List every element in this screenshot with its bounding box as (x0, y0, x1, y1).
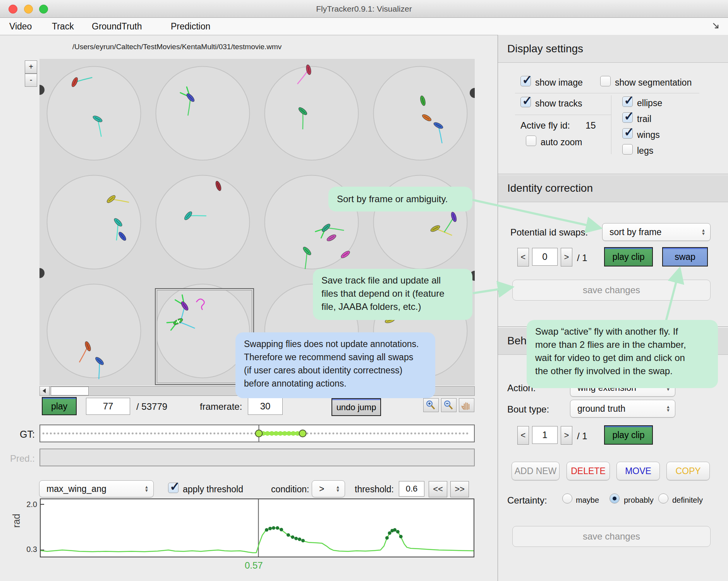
trail-label: trail (637, 114, 651, 124)
bout-next-button[interactable]: >> (450, 481, 469, 497)
certainty-label: Certainty: (507, 495, 547, 506)
identity-header: Identity correction (498, 175, 728, 202)
bout-type-dropdown[interactable]: ground truth ▲▼ (570, 400, 675, 418)
certainty-definitely-radio[interactable] (658, 493, 668, 504)
stepper-arrows-icon: ▲▼ (336, 485, 340, 492)
swap-prev-button[interactable]: < (517, 248, 529, 266)
tooltip-save: Save track file and update all files tha… (313, 269, 472, 320)
bout-index-input[interactable] (532, 426, 558, 444)
behavior-save-changes-button[interactable]: save changes (512, 526, 711, 547)
zoom-window-button[interactable] (39, 5, 48, 14)
scrollbar-left-arrow[interactable] (40, 387, 50, 395)
legs-checkbox[interactable] (622, 144, 633, 155)
wings-checkbox[interactable] (622, 128, 633, 139)
bout-type-label: Bout type: (507, 404, 549, 415)
threshold-input[interactable] (399, 481, 424, 497)
divider (515, 93, 699, 93)
zoom-in-tool-button[interactable] (423, 398, 439, 412)
bout-total-label: / 1 (577, 431, 587, 442)
apply-threshold-label: apply threshold (183, 484, 243, 495)
menu-track[interactable]: Track (52, 18, 74, 35)
stepper-arrows-icon: ▲▼ (144, 485, 149, 492)
feature-selector-dropdown[interactable]: max_wing_ang ▲▼ (39, 480, 154, 497)
ellipse-checkbox[interactable] (622, 96, 633, 107)
swap-total-label: / 1 (577, 253, 587, 263)
apply-threshold-checkbox[interactable] (168, 483, 179, 493)
threshold-label: threshold: (355, 484, 394, 495)
active-fly-id: 15 (585, 120, 596, 131)
stepper-arrows-icon: ▲▼ (701, 229, 706, 235)
magnifier-plus-icon (424, 406, 438, 413)
plot-tick-bottom: 0.3 (20, 545, 37, 554)
plot-tick-top: 2.0 (20, 500, 37, 509)
zoom-out-tool-button[interactable] (441, 398, 457, 412)
potential-id-swaps-label: Potential id swaps: (510, 227, 588, 238)
panel-divider (498, 35, 498, 581)
stepper-arrows-icon: ▲▼ (666, 405, 670, 412)
hand-icon (459, 406, 474, 413)
show-image-checkbox[interactable] (520, 76, 531, 86)
video-zoom-out-button[interactable]: - (25, 74, 37, 87)
tooltip-sort: Sort by frame or ambiguity. (328, 187, 472, 211)
show-image-label: show image (535, 77, 583, 88)
ellipse-label: ellipse (637, 98, 662, 108)
close-window-button[interactable] (9, 5, 17, 14)
sort-mode-dropdown[interactable]: sort by frame ▲▼ (602, 223, 711, 241)
pred-timeline (39, 449, 475, 466)
pred-label: Pred.: (2, 453, 35, 464)
tooltip-swap: Swap “active” fly with another fly. If m… (527, 320, 718, 388)
swap-next-button[interactable]: > (561, 248, 572, 266)
copy-button[interactable]: COPY (666, 462, 710, 480)
condition-dropdown[interactable]: > ▲▼ (312, 480, 345, 497)
bout-type-value: ground truth (577, 404, 625, 414)
gt-label: GT: (8, 429, 35, 440)
feature-plot[interactable] (40, 498, 474, 557)
show-tracks-checkbox[interactable] (520, 97, 531, 107)
wings-label: wings (637, 130, 660, 140)
move-button[interactable]: MOVE (616, 462, 660, 480)
video-zoom-in-button[interactable]: + (25, 60, 37, 74)
behavior-play-clip-button[interactable]: play clip (604, 425, 653, 445)
active-fly-label: Active fly id: (520, 120, 570, 131)
framerate-label: framerate: (200, 401, 242, 412)
auto-zoom-label: auto zoom (541, 137, 582, 148)
framerate-input[interactable] (248, 398, 283, 415)
play-button[interactable]: play (42, 397, 77, 415)
gt-timeline[interactable] (39, 425, 475, 442)
swap-button[interactable]: swap (662, 247, 708, 266)
identity-title: Identity correction (507, 182, 593, 194)
trail-checkbox[interactable] (622, 112, 633, 123)
left-triangle-icon (43, 388, 46, 393)
menu-bar: Video Track GroundTruth Prediction (0, 18, 728, 35)
menu-prediction[interactable]: Prediction (171, 18, 210, 35)
menu-video[interactable]: Video (9, 18, 32, 35)
identity-save-changes-button[interactable]: save changes (512, 280, 711, 301)
certainty-probably-label: probably (624, 496, 654, 505)
frame-total-label: / 53779 (136, 401, 167, 412)
scrollbar-thumb[interactable] (51, 387, 89, 395)
certainty-maybe-label: maybe (576, 496, 599, 505)
plot-cursor-value: 0.57 (245, 560, 263, 571)
bout-prev-button[interactable]: << (429, 481, 447, 497)
pan-tool-button[interactable] (459, 398, 474, 412)
certainty-maybe-radio[interactable] (562, 493, 572, 504)
bout-index-next-button[interactable]: > (561, 426, 572, 445)
certainty-definitely-label: definitely (672, 496, 703, 505)
swap-index-input[interactable] (532, 248, 558, 266)
delete-button[interactable]: DELETE (567, 462, 610, 480)
menu-groundtruth[interactable]: GroundTruth (92, 18, 142, 35)
add-new-button[interactable]: ADD NEW (512, 462, 560, 480)
certainty-probably-radio[interactable] (610, 493, 620, 504)
auto-zoom-checkbox[interactable] (526, 136, 536, 146)
undo-jump-button[interactable]: undo jump (331, 398, 381, 416)
plot-ylabel: rad (11, 514, 22, 528)
bout-index-prev-button[interactable]: < (517, 426, 529, 445)
title-bar: FlyTracker0.9.1: Visualizer (0, 0, 728, 18)
show-tracks-label: show tracks (535, 98, 582, 109)
show-segmentation-checkbox[interactable] (600, 76, 611, 86)
detach-icon[interactable] (712, 22, 721, 33)
display-settings-header: Display settings (498, 35, 728, 63)
frame-number-input[interactable] (86, 398, 130, 415)
minimize-window-button[interactable] (24, 5, 33, 14)
identity-play-clip-button[interactable]: play clip (604, 247, 653, 266)
